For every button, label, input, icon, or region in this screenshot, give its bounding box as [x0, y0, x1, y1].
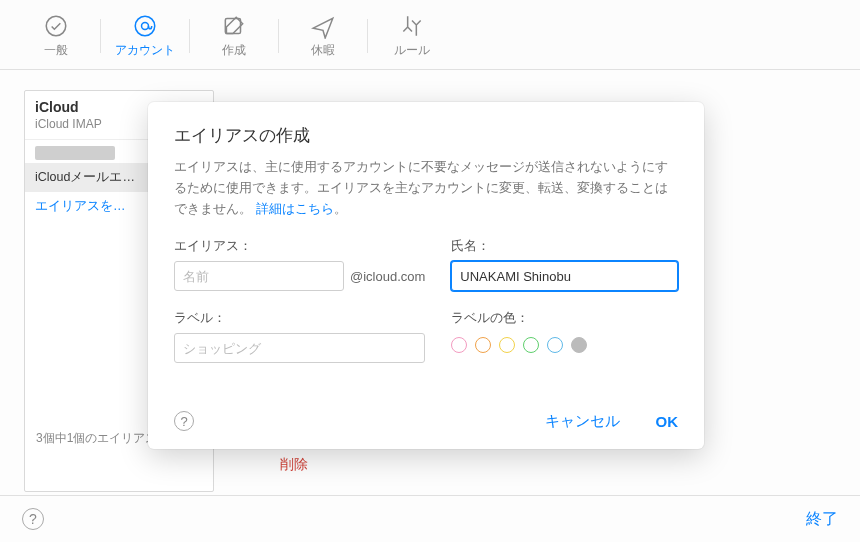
swatch-orange[interactable] — [475, 337, 491, 353]
tab-vacation[interactable]: 休暇 — [283, 8, 363, 63]
ok-button[interactable]: OK — [656, 413, 679, 430]
color-swatches — [451, 333, 678, 353]
swatch-pink[interactable] — [451, 337, 467, 353]
delete-button[interactable]: 削除 — [280, 456, 308, 474]
swatch-yellow[interactable] — [499, 337, 515, 353]
at-icon — [131, 12, 159, 40]
swatch-green[interactable] — [523, 337, 539, 353]
done-button[interactable]: 終了 — [806, 509, 838, 530]
tab-general[interactable]: 一般 — [16, 8, 96, 63]
swatch-blue[interactable] — [547, 337, 563, 353]
compose-icon — [220, 12, 248, 40]
tab-label: アカウント — [115, 42, 175, 59]
dialog-title: エイリアスの作成 — [174, 124, 678, 147]
field-alias: エイリアス： @icloud.com — [174, 237, 425, 291]
separator — [367, 19, 368, 53]
alias-suffix: @icloud.com — [350, 269, 425, 284]
dialog-help-icon[interactable]: ? — [174, 411, 194, 431]
field-label-color: ラベルの色： — [451, 309, 678, 363]
tab-label: 休暇 — [311, 42, 335, 59]
dialog-footer: ? キャンセル OK — [174, 411, 678, 431]
page-footer: ? 終了 — [0, 495, 860, 542]
name-label: 氏名： — [451, 237, 678, 255]
separator — [189, 19, 190, 53]
create-alias-dialog: エイリアスの作成 エイリアスは、主に使用するアカウントに不要なメッセージが送信さ… — [148, 102, 704, 449]
learn-more-link[interactable]: 詳細はこちら — [256, 201, 334, 216]
alias-label: エイリアス： — [174, 237, 425, 255]
tab-label: 作成 — [222, 42, 246, 59]
svg-point-2 — [142, 23, 149, 30]
separator — [100, 19, 101, 53]
swatch-gray[interactable] — [571, 337, 587, 353]
label-input[interactable] — [174, 333, 425, 363]
label-label: ラベル： — [174, 309, 425, 327]
tab-label: 一般 — [44, 42, 68, 59]
field-name: 氏名： — [451, 237, 678, 291]
name-input[interactable] — [451, 261, 678, 291]
help-icon[interactable]: ? — [22, 508, 44, 530]
check-circle-icon — [42, 12, 70, 40]
cancel-button[interactable]: キャンセル — [545, 412, 620, 431]
redacted-text — [35, 146, 115, 160]
toolbar: 一般 アカウント 作成 休暇 ルール — [0, 0, 860, 70]
svg-point-0 — [46, 16, 66, 36]
color-label: ラベルの色： — [451, 309, 678, 327]
rules-icon — [398, 12, 426, 40]
field-label-text: ラベル： — [174, 309, 425, 363]
tab-label: ルール — [394, 42, 430, 59]
tab-compose[interactable]: 作成 — [194, 8, 274, 63]
tab-account[interactable]: アカウント — [105, 8, 185, 63]
separator — [278, 19, 279, 53]
dialog-description: エイリアスは、主に使用するアカウントに不要なメッセージが送信されないようにするた… — [174, 157, 678, 219]
airplane-icon — [309, 12, 337, 40]
dialog-form: エイリアス： @icloud.com 氏名： ラベル： ラベルの色： — [174, 237, 678, 363]
tab-rules[interactable]: ルール — [372, 8, 452, 63]
alias-input[interactable] — [174, 261, 344, 291]
dialog-description-text: エイリアスは、主に使用するアカウントに不要なメッセージが送信されないようにするた… — [174, 159, 668, 216]
